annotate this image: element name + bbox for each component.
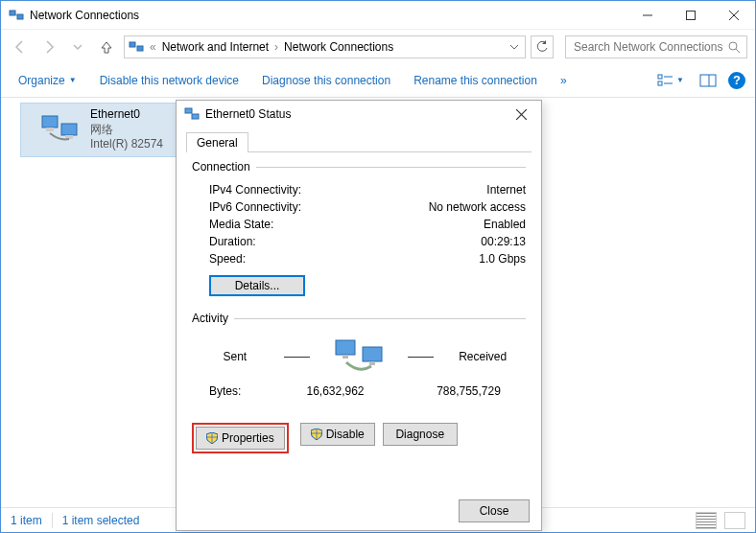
details-button[interactable]: Details...: [209, 275, 305, 296]
more-commands-button[interactable]: »: [553, 70, 575, 91]
dialog-close-button[interactable]: [508, 104, 533, 124]
address-dropdown[interactable]: [506, 42, 523, 52]
svg-rect-18: [61, 124, 77, 135]
duration-label: Duration:: [209, 235, 401, 248]
svg-line-10: [736, 49, 740, 53]
back-button[interactable]: [9, 35, 32, 58]
dialog-titlebar: Ethernet0 Status: [177, 101, 541, 127]
ethernet-adapter-icon: [40, 111, 81, 148]
dialog-title: Ethernet0 Status: [205, 107, 508, 121]
address-bar[interactable]: « Network and Internet › Network Connect…: [124, 35, 526, 58]
bytes-label: Bytes:: [209, 384, 295, 398]
rename-connection-button[interactable]: Rename this connection: [406, 70, 545, 91]
connection-network: 网络: [90, 123, 163, 138]
properties-button[interactable]: Properties: [196, 427, 285, 450]
svg-rect-11: [658, 75, 662, 79]
ipv4-value: Internet: [401, 183, 526, 197]
shield-icon: [206, 432, 218, 444]
window-title: Network Connections: [30, 9, 626, 22]
preview-pane-button[interactable]: [696, 70, 721, 91]
breadcrumb-separator[interactable]: «: [146, 40, 160, 54]
up-button[interactable]: [95, 35, 118, 58]
activity-icon: [333, 336, 385, 377]
received-label: Received: [457, 350, 508, 363]
svg-rect-8: [137, 46, 143, 51]
details-view-button[interactable]: [696, 512, 717, 529]
ipv4-label: IPv4 Connectivity:: [209, 183, 401, 197]
dialog-close-action-button[interactable]: Close: [459, 499, 530, 522]
svg-rect-22: [192, 114, 199, 119]
selected-count: 1 item selected: [62, 514, 140, 527]
media-state-value: Enabled: [401, 218, 526, 231]
connection-group-label: Connection: [192, 160, 250, 174]
command-bar: Organize▼ Disable this network device Di…: [1, 63, 755, 98]
bytes-received-value: 788,755,729: [429, 384, 508, 398]
tab-general[interactable]: General: [186, 132, 248, 152]
svg-rect-7: [130, 42, 135, 47]
explorer-window: Network Connections « Network and Intern…: [0, 0, 756, 533]
view-options-button[interactable]: ▼: [653, 70, 688, 91]
connection-text: Ethernet0 网络 Intel(R) 82574: [90, 107, 163, 152]
maximize-button[interactable]: [669, 1, 712, 30]
chevron-down-icon: ▼: [69, 76, 77, 84]
svg-rect-19: [46, 127, 54, 131]
sent-label: Sent: [209, 350, 261, 363]
breadcrumb-network-internet[interactable]: Network and Internet: [160, 40, 271, 54]
search-box[interactable]: [565, 35, 747, 58]
svg-rect-25: [336, 340, 355, 355]
titlebar: Network Connections: [1, 1, 755, 30]
navigation-bar: « Network and Internet › Network Connect…: [1, 30, 755, 63]
svg-rect-17: [42, 116, 58, 127]
connection-adapter: Intel(R) 82574: [90, 137, 163, 152]
item-count: 1 item: [11, 514, 42, 527]
disable-device-button[interactable]: Disable this network device: [92, 70, 247, 91]
connection-name: Ethernet0: [90, 107, 163, 123]
search-icon[interactable]: [727, 40, 741, 54]
speed-label: Speed:: [209, 252, 401, 266]
svg-rect-28: [369, 361, 375, 365]
speed-value: 1.0 Gbps: [401, 252, 526, 266]
svg-rect-12: [658, 81, 662, 85]
chevron-down-icon: ▼: [676, 76, 684, 84]
refresh-button[interactable]: [531, 35, 554, 58]
svg-rect-0: [10, 11, 15, 15]
svg-rect-15: [700, 75, 716, 86]
breadcrumb-separator[interactable]: ›: [271, 40, 282, 54]
ipv6-value: No network access: [401, 200, 526, 214]
svg-rect-21: [185, 108, 192, 113]
diagnose-connection-button[interactable]: Diagnose this connection: [254, 70, 398, 91]
ipv6-label: IPv6 Connectivity:: [209, 200, 401, 214]
diagnose-button[interactable]: Diagnose: [383, 423, 458, 446]
media-state-label: Media State:: [209, 218, 401, 231]
breadcrumb-network-connections[interactable]: Network Connections: [282, 40, 395, 54]
tabs: General: [186, 131, 532, 152]
close-button[interactable]: [712, 1, 755, 30]
shield-icon: [311, 429, 322, 440]
svg-point-9: [729, 42, 737, 50]
search-input[interactable]: [572, 39, 727, 55]
disable-button[interactable]: Disable: [300, 423, 375, 446]
highlight-annotation: Properties: [192, 423, 289, 453]
svg-rect-27: [343, 355, 348, 359]
network-connections-icon: [9, 8, 24, 23]
duration-value: 00:29:13: [401, 235, 526, 248]
large-icons-view-button[interactable]: [724, 512, 745, 529]
svg-rect-1: [17, 14, 23, 19]
ethernet-icon: [184, 106, 200, 122]
minimize-button[interactable]: [626, 1, 669, 30]
svg-rect-26: [363, 347, 382, 361]
organize-menu[interactable]: Organize▼: [11, 70, 84, 91]
help-button[interactable]: ?: [728, 72, 745, 89]
activity-group-label: Activity: [192, 312, 228, 325]
forward-button[interactable]: [37, 35, 60, 58]
recent-dropdown[interactable]: [66, 35, 89, 58]
address-icon: [127, 39, 146, 55]
svg-rect-4: [686, 11, 695, 19]
bytes-sent-value: 16,632,962: [295, 384, 375, 398]
ethernet-status-dialog: Ethernet0 Status General Connection IPv4…: [176, 100, 542, 531]
